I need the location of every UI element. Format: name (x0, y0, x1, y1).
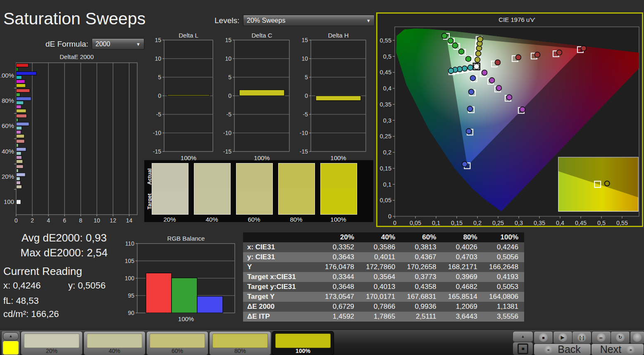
next-button[interactable]: Next» (591, 343, 644, 355)
swatch-60% (236, 163, 273, 215)
level-label: 100% (272, 348, 334, 354)
red-measured-marker (495, 60, 501, 65)
svg-text:-10: -10 (300, 130, 308, 136)
table-cell: 3,6443 (442, 312, 483, 322)
app-window: Saturation Sweeps dE Formula: 2000 ▼ Lev… (0, 0, 644, 355)
level-button-20%[interactable]: 20% (21, 331, 83, 355)
table-cell: 166,2648 (483, 262, 524, 272)
magenta-measured-marker (507, 95, 512, 100)
avg-de2000-stat: Avg dE2000: 0,93 (4, 232, 124, 244)
magenta-measured-marker (489, 78, 495, 83)
window-icon: ■ (518, 343, 528, 354)
delta-c-chart[interactable]: Delta C151050-5-10-15100% (213, 32, 290, 163)
green-measured-marker (448, 38, 453, 43)
chart-list-up-button[interactable]: ▲ (513, 331, 533, 342)
level-button-40%[interactable]: 40% (83, 331, 145, 355)
green-measured-marker (459, 49, 464, 54)
actual-target-swatch-panel[interactable]: ActualTarget20%40%60%80%100% (144, 160, 373, 222)
table-cell: 1,1381 (483, 302, 524, 312)
cie-diagram-panel[interactable]: CIE 1976 u'v'00,050,10,150,20,250,30,350… (376, 12, 643, 227)
table-row-label: Y (243, 262, 319, 272)
level-button-100%[interactable]: 100% (272, 331, 334, 355)
single-window-button[interactable]: ■ (513, 342, 533, 355)
swatch-actual (321, 163, 357, 189)
play-button[interactable]: ▶ (553, 331, 572, 344)
table-cell: 0,4246 (483, 242, 524, 252)
svg-text:0,4: 0,4 (556, 220, 564, 226)
chevron-down-icon: ▼ (136, 42, 141, 47)
table-row-label: Target x:CIE31 (243, 272, 319, 282)
svg-text:-15: -15 (153, 148, 161, 155)
swatch-column-label: 40% (194, 216, 230, 223)
level-button-80%[interactable]: 80% (209, 331, 271, 355)
svg-text:0,5: 0,5 (383, 53, 391, 60)
level-label: 60% (147, 348, 208, 354)
svg-text:15: 15 (155, 37, 161, 43)
extra-button[interactable] (630, 331, 644, 344)
svg-text:15: 15 (301, 37, 308, 43)
table-cell: 0,5053 (483, 282, 524, 292)
refresh-button[interactable]: ↻ (611, 331, 630, 344)
stop-button[interactable]: ■ (534, 331, 553, 344)
svg-text:0,25: 0,25 (380, 133, 391, 140)
svg-text:0: 0 (14, 217, 18, 224)
swatch-40% (194, 163, 231, 215)
svg-text:Delta H: Delta H (328, 32, 348, 39)
table-cell: 168,2171 (442, 262, 483, 272)
svg-text:4: 4 (47, 217, 50, 224)
levels-label: Levels: (215, 16, 239, 25)
patch-list-up-button[interactable]: ▲ (3, 332, 19, 341)
table-cell: 0,3586 (360, 242, 401, 252)
level-label: 80% (210, 348, 271, 354)
svg-text:0,3: 0,3 (383, 117, 391, 124)
svg-text:0,05: 0,05 (410, 220, 421, 226)
table-cell: 164,0806 (483, 292, 524, 302)
swatch-actual (236, 163, 272, 189)
svg-text:-15: -15 (223, 148, 231, 155)
svg-text:14: 14 (126, 217, 133, 224)
cyan-measured-marker (468, 65, 473, 70)
svg-text:0,5: 0,5 (597, 220, 606, 226)
table-row: Target Y173,0547170,0171167,6831165,8514… (243, 292, 524, 302)
de-formula-dropdown[interactable]: 2000 ▼ (92, 38, 144, 50)
back-button[interactable]: «Back (534, 343, 591, 355)
yellow-measured-marker (477, 36, 483, 42)
current-reading-title: Current Reading (3, 265, 82, 278)
levels-value: 20% Sweeps (247, 17, 285, 24)
max-de2000-stat: Max dE2000: 2,54 (4, 246, 124, 259)
level-button-60%[interactable]: 60% (146, 331, 208, 355)
delta-l-chart[interactable]: Delta L151050-5-10-15100% (143, 32, 214, 163)
deltae-2000-chart[interactable]: DeltaE 200002468101214100%80%60%40%20%10… (1, 53, 140, 225)
svg-text:0,3: 0,3 (515, 220, 523, 226)
rgb-balance-chart[interactable]: RGB Balance1101051009590100% (123, 234, 240, 322)
yellow-measured-marker (476, 51, 481, 56)
svg-text:0,1: 0,1 (432, 220, 440, 226)
table-cell: 0,9936 (401, 302, 442, 312)
swatch-actual (279, 163, 315, 189)
level-swatch (24, 334, 79, 348)
table-cell: 0,5056 (483, 252, 524, 262)
chevron-down-icon: ▼ (366, 18, 371, 23)
current-patch-swatch (3, 341, 19, 355)
table-cell: 0,7866 (360, 302, 401, 312)
svg-text:110: 110 (125, 240, 135, 247)
table-cell: 3,5556 (483, 312, 524, 322)
next-label: Next (600, 343, 621, 355)
svg-text:Delta L: Delta L (179, 32, 198, 39)
current-cdm2-value: cd/m²: 166,26 (3, 309, 59, 320)
table-cell: 1,4592 (319, 312, 360, 322)
level-swatch (87, 334, 142, 348)
single-measure-button[interactable]: [·] (572, 331, 592, 344)
table-cell: 172,7860 (360, 262, 401, 272)
svg-text:10: 10 (225, 55, 231, 62)
continuous-measure-button[interactable]: ∞ (592, 331, 611, 344)
svg-text:100: 100 (4, 198, 14, 205)
table-col-header: 40% (360, 232, 401, 242)
delta-h-chart[interactable]: Delta H151050-5-10-15100% (289, 32, 367, 163)
svg-text:-5: -5 (303, 111, 308, 118)
svg-text:CIE 1976 u'v': CIE 1976 u'v' (499, 16, 535, 23)
red-measured-marker (557, 50, 562, 55)
table-cell: 0,3352 (319, 242, 360, 252)
levels-dropdown[interactable]: 20% Sweeps ▼ (243, 15, 374, 26)
swatch-target (194, 189, 230, 214)
